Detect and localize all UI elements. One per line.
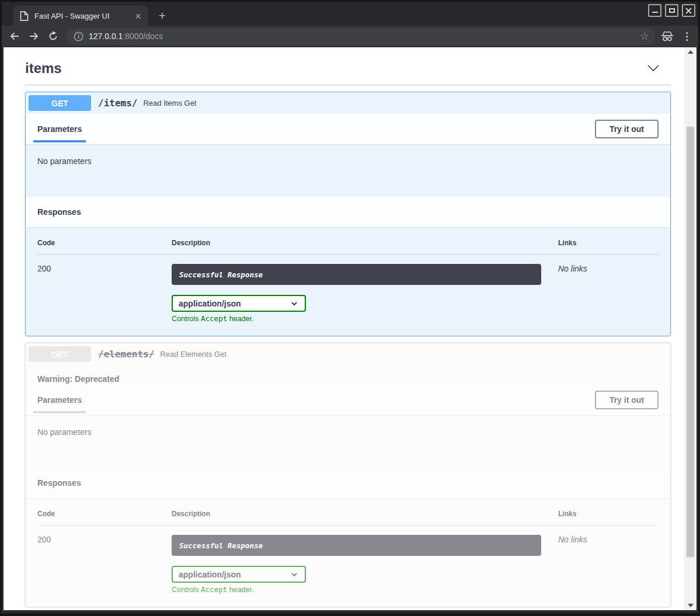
window-controls [648,4,695,17]
incognito-icon [660,30,675,42]
url-path: :8000/docs [123,32,163,41]
operation-path: /items/ [98,98,137,109]
maximize-icon [669,8,675,13]
media-type-value: application/json [179,299,241,308]
responses-table: Code Description Links 200 Successful Re… [26,227,670,336]
col-header-description: Description [172,239,558,247]
media-type-select[interactable]: application/json [172,295,306,312]
reload-icon [47,30,59,42]
method-badge: GET [29,95,91,111]
tab-parameters[interactable]: Parameters [37,395,82,405]
tab-parameters[interactable]: Parameters [37,124,82,134]
browser-window: Fast API - Swagger UI × + 127.0.0.1:8000… [0,0,700,616]
description-cell: Successful Response application/json Con… [172,535,558,594]
col-header-links: Links [558,510,659,518]
responses-title: Responses [37,478,81,488]
browser-menu-icon[interactable]: ⋮ [682,30,695,43]
response-row: 200 Successful Response application/json… [37,525,659,594]
browser-titlebar: Fast API - Swagger UI × + [2,2,698,26]
scrollbar-thumb[interactable] [687,127,694,557]
select-chevron-icon [290,299,299,308]
browser-tab[interactable]: Fast API - Swagger UI × [13,6,148,26]
note-prefix: Controls [172,586,201,594]
operation-summary: Read Items Get [143,99,196,107]
browser-toolbar: 127.0.0.1:8000/docs ☆ ⋮ [2,26,698,47]
reload-button[interactable] [47,30,60,43]
tab-close-icon[interactable]: × [133,11,144,22]
status-code: 200 [37,264,172,323]
scrollbar-down-arrow[interactable] [684,601,696,610]
col-header-code: Code [37,239,172,247]
col-header-code: Code [37,510,172,518]
page-scrollbar[interactable] [684,47,696,610]
response-description-box: Successful Response [172,535,541,556]
toolbar-right: ⋮ [660,30,695,43]
chevron-down-icon[interactable] [646,64,660,74]
media-type-value: application/json [179,570,241,579]
no-parameters-text: No parameters [26,144,670,197]
note-code: Accept [201,585,227,594]
window-maximize-button[interactable] [665,4,678,17]
select-chevron-icon [290,570,299,579]
back-arrow-icon [9,30,20,42]
method-badge: GET [29,346,91,362]
triangle-up-icon [688,50,694,54]
controls-accept-note: Controls Accept header. [172,314,558,323]
forward-arrow-icon [28,30,40,42]
responses-header: Responses [26,468,670,498]
note-prefix: Controls [172,315,201,323]
address-bar[interactable]: 127.0.0.1:8000/docs ☆ [67,28,655,45]
page-file-icon [20,11,29,21]
try-it-out-button[interactable]: Try it out [595,120,659,138]
no-parameters-text: No parameters [26,415,670,468]
close-icon [685,8,692,14]
controls-accept-note: Controls Accept header. [172,585,558,594]
status-code: 200 [37,535,172,594]
responses-table: Code Description Links 200 Successful Re… [26,498,670,607]
media-type-select[interactable]: application/json [172,566,306,583]
parameters-header: Parameters Try it out [26,114,670,144]
new-tab-button[interactable]: + [155,9,170,24]
note-suffix: header. [227,586,253,594]
bookmark-star-icon[interactable]: ☆ [640,31,649,41]
opblock-get-items: GET /items/ Read Items Get Parameters Tr… [25,92,671,336]
window-close-button[interactable] [682,4,695,17]
tab-title: Fast API - Swagger UI [34,12,133,20]
url-host: 127.0.0.1 [89,32,123,41]
opblock-get-elements-deprecated: GET /elements/ Read Elements Get Warning… [25,343,671,607]
deprecated-warning: Warning: Deprecated [26,365,670,385]
response-description-box: Successful Response [172,264,541,285]
try-it-out-button[interactable]: Try it out [595,391,659,409]
tag-section-header[interactable]: items [25,53,671,85]
response-row: 200 Successful Response application/json… [37,255,659,323]
scrollbar-up-arrow[interactable] [684,47,696,57]
note-code: Accept [201,314,227,323]
note-suffix: header. [227,315,253,323]
opblock-summary[interactable]: GET /items/ Read Items Get [26,92,670,114]
links-value: No links [558,535,659,594]
opblock-summary[interactable]: GET /elements/ Read Elements Get [26,343,670,365]
back-button[interactable] [8,30,21,43]
description-cell: Successful Response application/json Con… [172,264,558,323]
operation-path: /elements/ [98,349,154,360]
parameters-header: Parameters Try it out [26,385,670,415]
window-minimize-button[interactable] [648,4,661,17]
responses-header: Responses [26,197,670,227]
responses-title: Responses [37,207,81,217]
triangle-down-icon [688,604,694,607]
minimize-icon [652,12,658,13]
operation-summary: Read Elements Get [160,350,226,359]
forward-button[interactable] [27,30,40,43]
col-header-description: Description [172,510,558,518]
swagger-page: items GET /items/ Read Items Get Paramet… [4,47,696,610]
col-header-links: Links [558,239,659,247]
url-text: 127.0.0.1:8000/docs [89,32,163,41]
tag-title: items [25,60,62,76]
site-info-icon[interactable] [74,32,83,41]
links-value: No links [558,264,659,323]
